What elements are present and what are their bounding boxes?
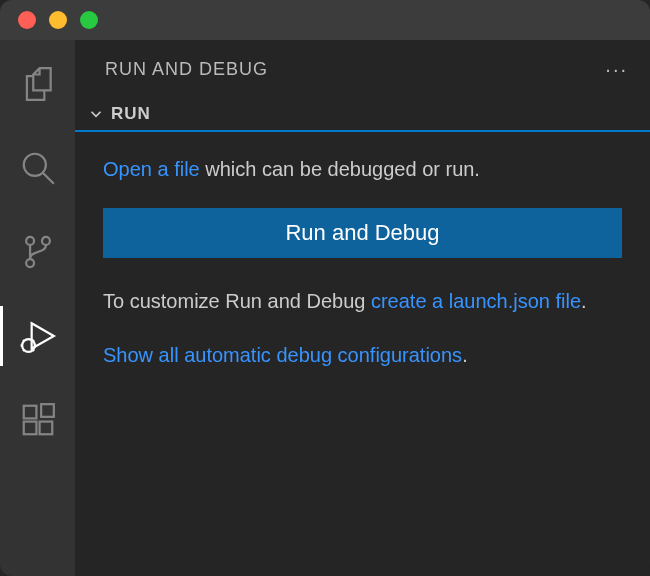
titlebar	[0, 0, 650, 40]
svg-line-1	[42, 173, 53, 184]
svg-line-9	[32, 340, 33, 341]
run-debug-icon	[19, 317, 57, 355]
svg-line-10	[22, 350, 23, 351]
show-all-paragraph: Show all automatic debug configurations.	[103, 340, 622, 370]
customize-prefix: To customize Run and Debug	[103, 290, 371, 312]
window-minimize-button[interactable]	[49, 11, 67, 29]
extensions-icon	[19, 401, 57, 439]
svg-point-4	[26, 259, 34, 267]
svg-rect-12	[23, 406, 36, 419]
svg-rect-15	[41, 404, 54, 417]
svg-point-3	[26, 237, 34, 245]
svg-rect-14	[39, 422, 52, 435]
more-actions-button[interactable]: ···	[605, 58, 628, 81]
sidebar-title: RUN AND DEBUG	[105, 59, 268, 80]
show-all-configurations-link[interactable]: Show all automatic debug configurations	[103, 344, 462, 366]
svg-line-8	[22, 340, 23, 341]
explorer-tab[interactable]	[0, 54, 75, 114]
extensions-tab[interactable]	[0, 390, 75, 450]
files-icon	[19, 65, 57, 103]
source-control-icon	[19, 233, 57, 271]
run-content: Open a file which can be debugged or run…	[75, 130, 650, 416]
window-close-button[interactable]	[18, 11, 36, 29]
source-control-tab[interactable]	[0, 222, 75, 282]
svg-rect-13	[23, 422, 36, 435]
search-icon	[19, 149, 57, 187]
svg-point-2	[41, 237, 49, 245]
show-all-suffix: .	[462, 344, 468, 366]
chevron-down-icon	[87, 105, 105, 123]
main-area: RUN AND DEBUG ··· RUN Open a file which …	[0, 40, 650, 576]
open-file-link[interactable]: Open a file	[103, 158, 200, 180]
open-file-paragraph: Open a file which can be debugged or run…	[103, 154, 622, 184]
customize-suffix: .	[581, 290, 587, 312]
customize-paragraph: To customize Run and Debug create a laun…	[103, 286, 622, 316]
activity-bar	[0, 40, 75, 576]
run-and-debug-button[interactable]: Run and Debug	[103, 208, 622, 258]
create-launch-json-link[interactable]: create a launch.json file	[371, 290, 581, 312]
svg-point-0	[23, 154, 45, 176]
search-tab[interactable]	[0, 138, 75, 198]
open-file-text: which can be debugged or run.	[200, 158, 480, 180]
sidebar-panel: RUN AND DEBUG ··· RUN Open a file which …	[75, 40, 650, 576]
sidebar-header: RUN AND DEBUG ···	[75, 40, 650, 98]
svg-line-11	[32, 350, 33, 351]
section-title: RUN	[111, 104, 151, 124]
run-debug-tab[interactable]	[0, 306, 75, 366]
window-maximize-button[interactable]	[80, 11, 98, 29]
run-section-header[interactable]: RUN	[75, 98, 650, 130]
